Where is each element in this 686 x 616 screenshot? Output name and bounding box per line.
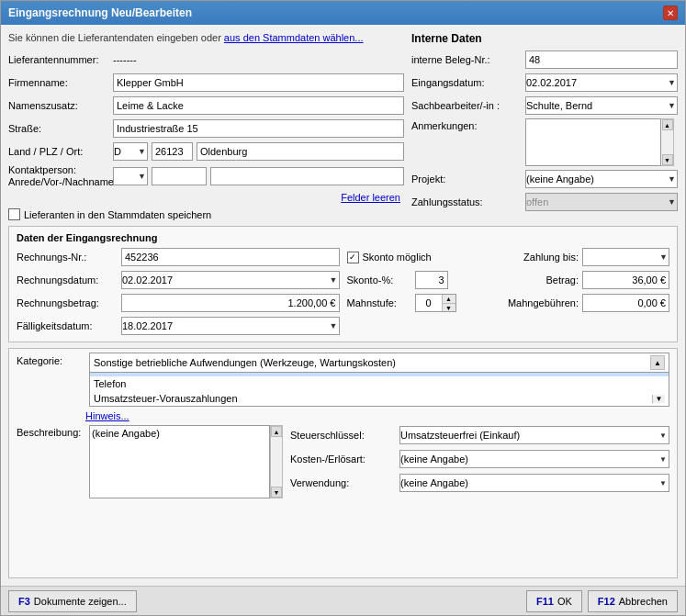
kategorie-item-2[interactable]: Umsatzsteuer-Vorauszahlungen ▼ <box>90 391 669 406</box>
beschreibung-textarea[interactable]: (keine Angabe) <box>89 425 270 498</box>
desc-scrollbar: ▲ ▼ <box>270 425 283 498</box>
footer-right: F11 OK F12 Abbrechen <box>526 590 678 612</box>
spinner-buttons: ▲ ▼ <box>442 295 455 311</box>
rechnungsbetrag-input[interactable] <box>121 294 340 312</box>
verwendung-label: Verwendung: <box>290 477 396 488</box>
right-panel: Interne Daten interne Beleg-Nr.: Eingang… <box>411 32 678 220</box>
f12-label: Abbrechen <box>619 596 668 607</box>
dialog-title: Eingangsrechnung Neu/Bearbeiten <box>8 6 192 19</box>
faelligkeitsdatum-select[interactable]: 18.02.2017 <box>121 317 340 335</box>
mahnstufe-row: Mahnstufe: ▲ ▼ Mahngebühren: <box>347 293 670 313</box>
zahlungsstatus-row: Zahlungsstatus: offen ▼ <box>411 192 678 212</box>
steuerschluessel-select[interactable]: Umsatzsteuerfrei (Einkauf) <box>399 426 669 444</box>
invoice-left: Rechnungs-Nr.: Rechnungsdatum: 02.02.201… <box>17 247 340 336</box>
kontaktperson-label: Kontaktperson:Anrede/Vor-/Nachname <box>8 164 109 188</box>
close-button[interactable]: ✕ <box>663 6 678 20</box>
anmerkungen-area: ▲ ▼ <box>525 118 674 166</box>
betrag-input[interactable] <box>582 271 669 289</box>
kategorie-header[interactable]: Sonstige betriebliche Aufwendungen (Werk… <box>89 353 669 373</box>
eingangsdatum-label: Eingangsdatum: <box>411 77 522 88</box>
ort-input[interactable] <box>197 142 404 161</box>
beschreibung-row: Beschreibung: (keine Angabe) ▲ ▼ <box>17 425 283 574</box>
hinweis-link[interactable]: Hinweis... <box>85 410 129 421</box>
beleg-input[interactable] <box>525 50 678 69</box>
kategorie-label: Kategorie: <box>17 353 85 366</box>
dialog-window: Eingangsrechnung Neu/Bearbeiten ✕ Sie kö… <box>0 0 686 616</box>
kategorie-scrollbar-btn[interactable]: ▼ <box>652 395 665 403</box>
hinweis-row: Hinweis... <box>17 409 669 422</box>
lieferantennummer-value: ------- <box>113 54 137 65</box>
spinner-up-btn[interactable]: ▲ <box>443 295 455 304</box>
kosten-row: Kosten-/Erlösart: (keine Angabe) <box>290 449 669 469</box>
namenszusatz-input[interactable] <box>113 96 404 115</box>
skonto-prozent-label: Skonto-%: <box>347 274 411 286</box>
nachname-input[interactable] <box>210 167 404 185</box>
faelligkeitsdatum-row: Fälligkeitsdatum: 18.02.2017 ▼ <box>17 316 340 336</box>
scroll-up-arrow[interactable]: ▲ <box>662 119 673 130</box>
stammdaten-checkbox[interactable] <box>8 208 20 220</box>
land-select[interactable]: D <box>113 142 148 161</box>
desc-scroll-down[interactable]: ▼ <box>271 487 282 498</box>
scroll-down-arrow[interactable]: ▼ <box>662 154 673 165</box>
betrag-label: Betrag: <box>533 274 579 286</box>
firmenname-row: Firmenname: <box>8 73 404 93</box>
felder-leeren-row: Felder leeren <box>8 191 404 204</box>
spinner-down-btn[interactable]: ▼ <box>443 304 455 312</box>
mahngebuehren-input[interactable] <box>582 294 669 312</box>
projekt-select[interactable]: (keine Angabe) <box>525 170 678 188</box>
kategorie-item-1[interactable]: Telefon <box>90 376 669 391</box>
invoice-right: ✓ Skonto möglich Zahlung bis: ▼ <box>347 247 670 336</box>
plz-input[interactable] <box>152 142 193 161</box>
anmerkungen-scrollbar: ▲ ▼ <box>661 118 674 166</box>
anrede-select[interactable] <box>113 167 148 185</box>
beleg-row: interne Beleg-Nr.: <box>411 50 678 70</box>
invoice-grid: Rechnungs-Nr.: Rechnungsdatum: 02.02.201… <box>17 247 669 336</box>
verwendung-select[interactable]: (keine Angabe) <box>399 474 669 492</box>
invoice-section-title: Daten der Eingangsrechnung <box>17 232 669 243</box>
footer-left: F3 Dokumente zeigen... <box>8 590 137 612</box>
f12-abbrechen-button[interactable]: F12 Abbrechen <box>588 590 678 612</box>
rechnungsbetrag-row: Rechnungsbetrag: <box>17 293 340 313</box>
zahlung-bis-select[interactable] <box>582 248 669 266</box>
strasse-input[interactable] <box>113 119 404 138</box>
rechnungsnr-input[interactable] <box>121 248 340 266</box>
verwendung-select-wrap: (keine Angabe) <box>399 474 669 492</box>
mahnstufe-input[interactable] <box>416 295 442 311</box>
kosten-select[interactable]: (keine Angabe) <box>399 450 669 468</box>
projekt-row: Projekt: (keine Angabe) ▼ <box>411 169 678 189</box>
rechnungsnr-row: Rechnungs-Nr.: <box>17 247 340 267</box>
felder-leeren-link[interactable]: Felder leeren <box>341 192 400 203</box>
skonto-checkbox[interactable]: ✓ <box>347 252 359 263</box>
sachbearbeiter-row: Sachbearbeiter/-in : Schulte, Bernd ▼ <box>411 95 678 116</box>
hint-row: Sie können die Lieferantendaten eingeben… <box>8 32 404 43</box>
desc-scroll-up[interactable]: ▲ <box>271 426 282 437</box>
zahlung-bis-wrapper: ▼ <box>582 248 669 266</box>
rechnungsdatum-label: Rechnungsdatum: <box>17 274 118 286</box>
strasse-row: Straße: <box>8 118 404 139</box>
firmenname-input[interactable] <box>113 73 404 92</box>
projekt-wrapper: (keine Angabe) ▼ <box>525 170 678 188</box>
kategorie-dropdown-arrow-btn[interactable]: ▲ <box>650 355 665 370</box>
f11-ok-button[interactable]: F11 OK <box>526 590 582 612</box>
f3-button[interactable]: F3 Dokumente zeigen... <box>8 590 137 612</box>
vorname-input[interactable] <box>152 167 207 185</box>
footer-bar: F3 Dokumente zeigen... F11 OK F12 Abbrec… <box>1 586 685 615</box>
title-bar: Eingangsrechnung Neu/Bearbeiten ✕ <box>1 1 685 25</box>
kosten-label: Kosten-/Erlösart: <box>290 454 396 465</box>
sachbearbeiter-select[interactable]: Schulte, Bernd <box>525 96 678 115</box>
rechnungsbetrag-label: Rechnungsbetrag: <box>17 297 118 308</box>
anmerkungen-row: Anmerkungen: ▲ ▼ <box>411 118 678 166</box>
stammdaten-link[interactable]: aus den Stammdaten wählen... <box>224 32 364 43</box>
zahlungsstatus-select[interactable]: offen <box>525 193 678 211</box>
eingangsdatum-select[interactable]: 02.02.2017 <box>525 73 678 92</box>
f11-key: F11 <box>536 596 554 607</box>
sachbearbeiter-label: Sachbearbeiter/-in : <box>411 100 522 111</box>
desc-textarea-wrap: (keine Angabe) ▲ ▼ <box>89 425 283 498</box>
anmerkungen-textarea[interactable] <box>525 118 661 166</box>
kategorie-item-2-text: Umsatzsteuer-Vorauszahlungen <box>94 393 238 404</box>
skonto-prozent-input[interactable] <box>415 271 448 289</box>
rechnungsdatum-select[interactable]: 02.02.2017 <box>121 271 340 289</box>
sachbearbeiter-wrapper: Schulte, Bernd ▼ <box>525 96 678 115</box>
category-section: Kategorie: Sonstige betriebliche Aufwend… <box>8 348 678 578</box>
kategorie-content: Sonstige betriebliche Aufwendungen (Werk… <box>89 353 669 407</box>
